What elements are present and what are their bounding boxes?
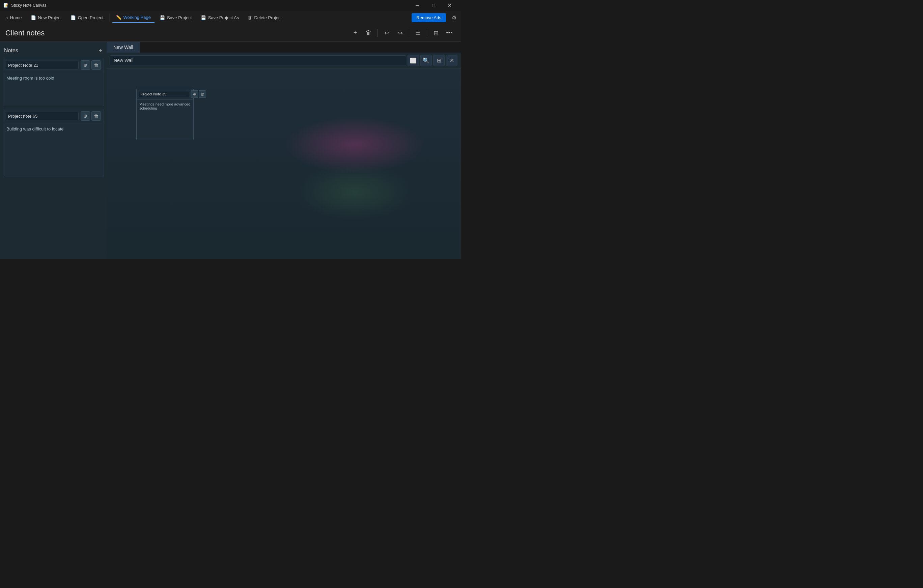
note-65-style-button[interactable]: ⊕ [80, 111, 90, 121]
menu-new-project[interactable]: 📄 New Project [27, 12, 66, 23]
menu-working-page[interactable]: ✏️ Working Page [112, 12, 155, 23]
wall-name-input[interactable] [110, 55, 406, 66]
title-bar-left: 📝 Sticky Note Canvas [3, 3, 46, 8]
working-page-icon: ✏️ [116, 15, 122, 20]
page-title-bar: Client notes + 🗑 ↩ ↪ ☰ ⊞ ••• [0, 24, 461, 42]
canvas-frame-button[interactable]: ⬜ [407, 55, 419, 66]
toolbar-right: + 🗑 ↩ ↪ ☰ ⊞ ••• [349, 27, 455, 39]
minimize-button[interactable]: ─ [409, 0, 425, 11]
menu-separator-1 [110, 13, 110, 21]
sidebar-header: Notes + [3, 44, 104, 58]
menu-save-project[interactable]: 💾 Save Project [156, 12, 196, 23]
canvas-note-35-title-input[interactable] [139, 91, 189, 97]
toolbar-separator-2 [409, 29, 409, 37]
list-button[interactable]: ☰ [412, 27, 424, 39]
note-card-21-body: Meeting room is too cold [3, 72, 103, 106]
canvas-note-35-actions: ⊕ 🗑 [191, 90, 206, 98]
note-65-delete-button[interactable]: 🗑 [92, 111, 101, 121]
note-card-21: ⊕ 🗑 Meeting room is too cold [3, 58, 104, 106]
canvas-note-35-style-button[interactable]: ⊕ [191, 90, 198, 98]
delete-button[interactable]: 🗑 [363, 27, 375, 39]
menu-delete-project[interactable]: 🗑 Delete Project [243, 12, 286, 23]
menu-save-project-as[interactable]: 💾 Save Project As [197, 12, 243, 23]
note-card-65-title-input[interactable] [6, 112, 79, 120]
note-21-style-button[interactable]: ⊕ [80, 61, 90, 70]
note-card-21-actions: ⊕ 🗑 [80, 61, 101, 70]
canvas[interactable]: ⊕ 🗑 Meetings need more advanced scheduli… [107, 69, 461, 259]
sidebar-title: Notes [4, 47, 18, 54]
title-bar-controls: ─ □ ✕ [409, 0, 457, 11]
note-21-delete-button[interactable]: 🗑 [92, 61, 101, 70]
layout-button[interactable]: ⊞ [430, 27, 442, 39]
canvas-toolbar: ⬜ 🔍 ⊞ ✕ [107, 52, 461, 69]
maximize-button[interactable]: □ [426, 0, 441, 11]
canvas-note-35-body: Meetings need more advanced scheduling [136, 100, 193, 140]
canvas-search-button[interactable]: 🔍 [420, 55, 432, 66]
undo-button[interactable]: ↩ [381, 27, 393, 39]
note-card-21-title-input[interactable] [6, 61, 79, 69]
close-button[interactable]: ✕ [442, 0, 457, 11]
more-button[interactable]: ••• [443, 27, 455, 39]
app-icon: 📝 [3, 3, 8, 8]
new-project-icon: 📄 [31, 15, 36, 20]
toolbar-separator-1 [378, 29, 378, 37]
note-card-65: ⊕ 🗑 Building was difficult to locate [3, 109, 104, 177]
home-icon: ⌂ [5, 15, 8, 20]
canvas-grid-button[interactable]: ⊞ [433, 55, 445, 66]
menu-bar: ⌂ Home 📄 New Project 📄 Open Project ✏️ W… [0, 11, 461, 24]
page-title: Client notes [5, 29, 349, 38]
open-project-icon: 📄 [71, 15, 76, 20]
delete-project-icon: 🗑 [248, 15, 252, 20]
toolbar-separator-3 [427, 29, 427, 37]
note-card-65-actions: ⊕ 🗑 [80, 111, 101, 121]
main: Notes + ⊕ 🗑 Meeting room is too cold ⊕ [0, 42, 461, 259]
canvas-tab-new-wall[interactable]: New Wall [107, 42, 140, 52]
save-project-as-icon: 💾 [201, 15, 206, 20]
sidebar: Notes + ⊕ 🗑 Meeting room is too cold ⊕ [0, 42, 107, 259]
title-bar: 📝 Sticky Note Canvas ─ □ ✕ [0, 0, 461, 11]
canvas-area: New Wall ⬜ 🔍 ⊞ ✕ ⊕ 🗑 [107, 42, 461, 259]
redo-button[interactable]: ↪ [394, 27, 406, 39]
note-card-21-header: ⊕ 🗑 [3, 58, 103, 72]
sidebar-add-button[interactable]: + [99, 47, 103, 54]
settings-icon[interactable]: ⚙ [449, 12, 460, 23]
app-title: Sticky Note Canvas [11, 3, 46, 8]
menu-open-project[interactable]: 📄 Open Project [66, 12, 108, 23]
canvas-note-35-header: ⊕ 🗑 [136, 89, 193, 100]
add-button[interactable]: + [349, 27, 361, 39]
note-card-65-header: ⊕ 🗑 [3, 109, 103, 123]
note-card-65-body: Building was difficult to locate [3, 123, 103, 177]
menu-home[interactable]: ⌂ Home [2, 12, 26, 23]
save-project-icon: 💾 [159, 15, 165, 20]
canvas-note-35-delete-button[interactable]: 🗑 [199, 90, 206, 98]
canvas-note-35[interactable]: ⊕ 🗑 Meetings need more advanced scheduli… [136, 88, 194, 140]
canvas-close-button[interactable]: ✕ [446, 55, 457, 66]
remove-ads-button[interactable]: Remove Ads [412, 13, 446, 22]
canvas-tabs: New Wall [107, 42, 461, 52]
